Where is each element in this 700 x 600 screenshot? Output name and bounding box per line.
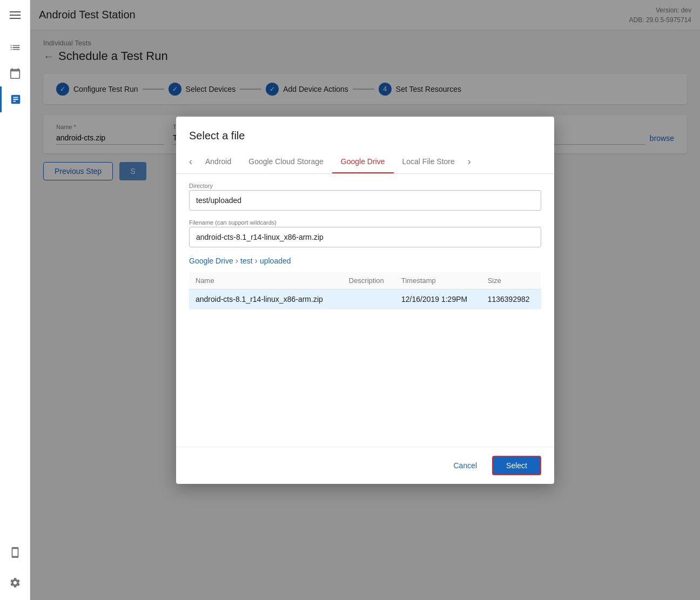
select-file-dialog: Select a file ‹ Android Google Cloud Sto… bbox=[176, 117, 554, 484]
col-description: Description bbox=[342, 272, 395, 289]
path-root[interactable]: Google Drive bbox=[189, 257, 233, 265]
directory-field-group: Directory bbox=[189, 183, 541, 211]
file-description bbox=[342, 289, 395, 309]
dialog-body: Directory Filename (can support wildcard… bbox=[176, 174, 554, 447]
filename-input[interactable] bbox=[189, 227, 541, 247]
filename-field-group: Filename (can support wildcards) bbox=[189, 219, 541, 247]
filename-label: Filename (can support wildcards) bbox=[189, 219, 541, 226]
col-size: Size bbox=[481, 272, 541, 289]
path-part-2[interactable]: uploaded bbox=[260, 257, 291, 265]
list-icon[interactable] bbox=[0, 35, 30, 60]
tab-next-button[interactable]: › bbox=[463, 156, 475, 167]
phone-icon[interactable] bbox=[0, 540, 30, 565]
tab-google-drive[interactable]: Google Drive bbox=[332, 151, 394, 173]
svg-rect-2 bbox=[10, 18, 21, 19]
directory-label: Directory bbox=[189, 183, 541, 189]
file-name: android-cts-8.1_r14-linux_x86-arm.zip bbox=[189, 289, 342, 309]
table-row[interactable]: android-cts-8.1_r14-linux_x86-arm.zip 12… bbox=[189, 289, 541, 309]
tab-prev-button[interactable]: ‹ bbox=[185, 156, 197, 167]
analytics-icon[interactable] bbox=[0, 86, 30, 112]
menu-icon[interactable] bbox=[0, 0, 30, 30]
file-table: Name Description Timestamp Size android-… bbox=[189, 272, 541, 309]
file-size: 1136392982 bbox=[481, 289, 541, 309]
tab-gcs[interactable]: Google Cloud Storage bbox=[240, 151, 332, 173]
col-name: Name bbox=[189, 272, 342, 289]
svg-rect-0 bbox=[10, 11, 21, 12]
tab-local-file-store[interactable]: Local File Store bbox=[394, 151, 463, 173]
col-timestamp: Timestamp bbox=[395, 272, 481, 289]
sidebar bbox=[0, 0, 30, 600]
dialog-tabs: ‹ Android Google Cloud Storage Google Dr… bbox=[176, 151, 554, 174]
cancel-button[interactable]: Cancel bbox=[445, 457, 486, 474]
calendar-icon[interactable] bbox=[0, 60, 30, 86]
tab-android[interactable]: Android bbox=[197, 151, 240, 173]
path-part-1[interactable]: test bbox=[240, 257, 253, 265]
file-timestamp: 12/16/2019 1:29PM bbox=[395, 289, 481, 309]
main-area: Android Test Station Version: dev ADB: 2… bbox=[30, 0, 700, 600]
select-button[interactable]: Select bbox=[492, 456, 541, 475]
directory-input[interactable] bbox=[189, 190, 541, 211]
dialog-title: Select a file bbox=[176, 117, 554, 151]
settings-icon[interactable] bbox=[0, 570, 30, 596]
path-breadcrumb: Google Drive › test › uploaded bbox=[189, 256, 541, 266]
dialog-footer: Cancel Select bbox=[176, 447, 554, 484]
modal-overlay: Select a file ‹ Android Google Cloud Sto… bbox=[30, 0, 700, 600]
svg-rect-1 bbox=[10, 15, 21, 16]
